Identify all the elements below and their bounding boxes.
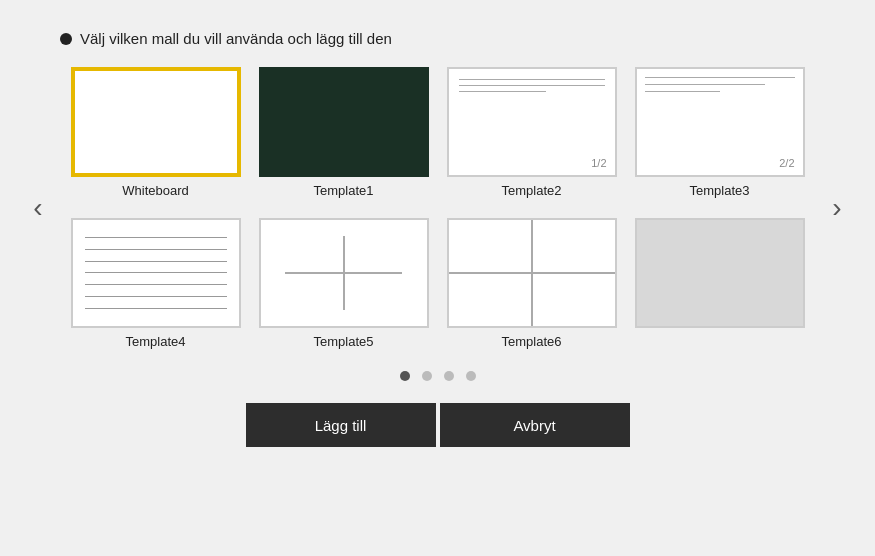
button-row: Lägg till Avbryt bbox=[246, 403, 630, 447]
template-item-whiteboard[interactable]: Whiteboard bbox=[71, 67, 241, 198]
template-thumb-template7 bbox=[635, 218, 805, 328]
template-thumb-template3: 2/2 bbox=[635, 67, 805, 177]
template-label-template2: Template2 bbox=[502, 183, 562, 198]
bullet-icon bbox=[60, 33, 72, 45]
template-thumb-template6 bbox=[447, 218, 617, 328]
template-label-template4: Template4 bbox=[126, 334, 186, 349]
prev-arrow[interactable]: ‹ bbox=[20, 190, 56, 226]
page-indicator-t3: 2/2 bbox=[779, 157, 794, 169]
template-item-template6[interactable]: Template6 bbox=[447, 218, 617, 349]
cancel-button[interactable]: Avbryt bbox=[440, 403, 630, 447]
template-row-1: Whiteboard Template1 1/2 Template2 bbox=[56, 67, 819, 198]
template-thumb-template1 bbox=[259, 67, 429, 177]
page-indicator-t2: 1/2 bbox=[591, 157, 606, 169]
dot-3[interactable] bbox=[444, 371, 454, 381]
next-arrow[interactable]: › bbox=[819, 190, 855, 226]
template-item-template2[interactable]: 1/2 Template2 bbox=[447, 67, 617, 198]
add-button[interactable]: Lägg till bbox=[246, 403, 436, 447]
dots-row bbox=[400, 371, 476, 381]
template-row-2: Template4 Template5 Template6 bbox=[56, 218, 819, 349]
template-item-template4[interactable]: Template4 bbox=[71, 218, 241, 349]
template-grid: Whiteboard Template1 1/2 Template2 bbox=[56, 67, 819, 349]
template-thumb-template4 bbox=[71, 218, 241, 328]
template-label-whiteboard: Whiteboard bbox=[122, 183, 188, 198]
instruction-row: Välj vilken mall du vill använda och läg… bbox=[0, 30, 392, 47]
carousel-wrapper: ‹ Whiteboard Template1 bbox=[0, 67, 875, 349]
template-item-template1[interactable]: Template1 bbox=[259, 67, 429, 198]
dot-4[interactable] bbox=[466, 371, 476, 381]
template-item-template3[interactable]: 2/2 Template3 bbox=[635, 67, 805, 198]
template-label-template3: Template3 bbox=[690, 183, 750, 198]
template-thumb-whiteboard bbox=[71, 67, 241, 177]
template-thumb-template5 bbox=[259, 218, 429, 328]
dot-2[interactable] bbox=[422, 371, 432, 381]
template-label-template6: Template6 bbox=[502, 334, 562, 349]
template-label-template1: Template1 bbox=[314, 183, 374, 198]
template-item-template7[interactable] bbox=[635, 218, 805, 349]
template-label-template5: Template5 bbox=[314, 334, 374, 349]
template-item-template5[interactable]: Template5 bbox=[259, 218, 429, 349]
dot-1[interactable] bbox=[400, 371, 410, 381]
instruction-text: Välj vilken mall du vill använda och läg… bbox=[80, 30, 392, 47]
template-thumb-template2: 1/2 bbox=[447, 67, 617, 177]
